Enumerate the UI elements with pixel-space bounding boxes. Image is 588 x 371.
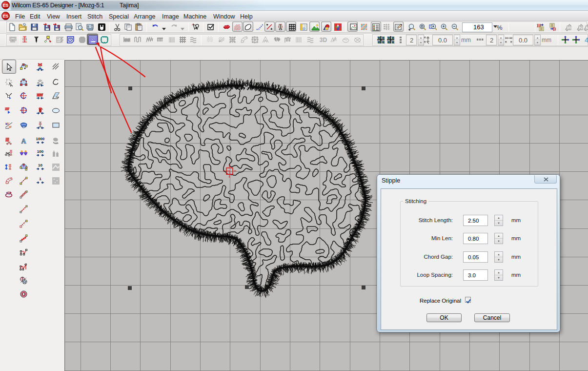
svg-text:1: 1 <box>39 177 41 181</box>
svg-text:1: 1 <box>568 25 570 30</box>
svg-text:3D: 3D <box>320 37 327 43</box>
svg-text:2: 2 <box>579 25 582 30</box>
svg-text:100: 100 <box>37 149 44 154</box>
svg-text:1000: 1000 <box>36 137 44 141</box>
svg-text:A: A <box>21 138 26 145</box>
svg-text:10: 10 <box>38 163 42 167</box>
svg-text:3: 3 <box>586 25 588 30</box>
svg-text:w: w <box>9 124 12 129</box>
